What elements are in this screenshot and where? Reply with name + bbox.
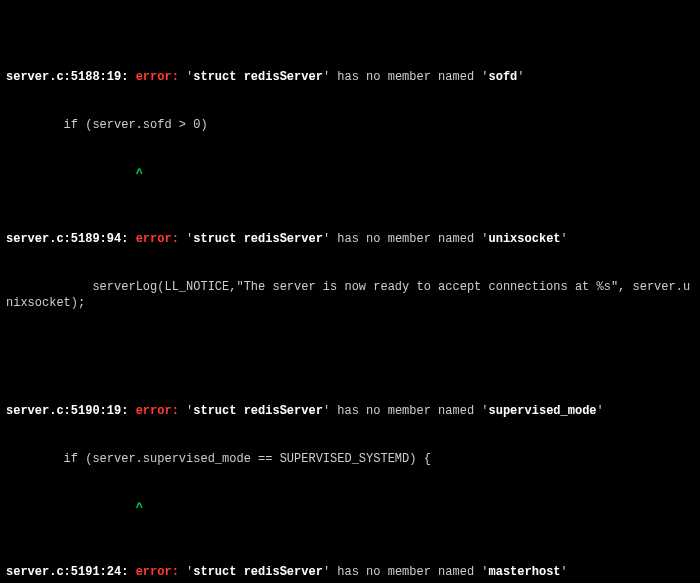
error-caret: ^ (6, 166, 694, 182)
terminal-output: server.c:5188:19: error: 'struct redisSe… (0, 0, 700, 583)
error-struct: struct redisServer (193, 404, 323, 418)
error-code-line: if (server.sofd > 0) (6, 117, 694, 133)
error-struct: struct redisServer (193, 565, 323, 579)
error-tag: error: (136, 404, 179, 418)
error-member: supervised_mode (489, 404, 597, 418)
error-location: server.c:5190:19: (6, 404, 128, 418)
error-caret: ^ (6, 500, 694, 516)
error-member: sofd (489, 70, 518, 84)
compiler-error: server.c:5189:94: error: 'struct redisSe… (6, 231, 694, 247)
error-member: masterhost (489, 565, 561, 579)
error-location: server.c:5188:19: (6, 70, 128, 84)
compiler-error: server.c:5190:19: error: 'struct redisSe… (6, 403, 694, 419)
error-tag: error: (136, 565, 179, 579)
error-tag: error: (136, 232, 179, 246)
error-location: server.c:5189:94: (6, 232, 128, 246)
error-struct: struct redisServer (193, 70, 323, 84)
error-location: server.c:5191:24: (6, 565, 128, 579)
compiler-error: server.c:5188:19: error: 'struct redisSe… (6, 69, 694, 85)
error-code-line: serverLog(LL_NOTICE,"The server is now r… (6, 279, 694, 311)
error-member: unixsocket (489, 232, 561, 246)
error-struct: struct redisServer (193, 232, 323, 246)
error-tag: error: (136, 70, 179, 84)
error-code-line: if (server.supervised_mode == SUPERVISED… (6, 451, 694, 467)
compiler-error: server.c:5191:24: error: 'struct redisSe… (6, 564, 694, 580)
